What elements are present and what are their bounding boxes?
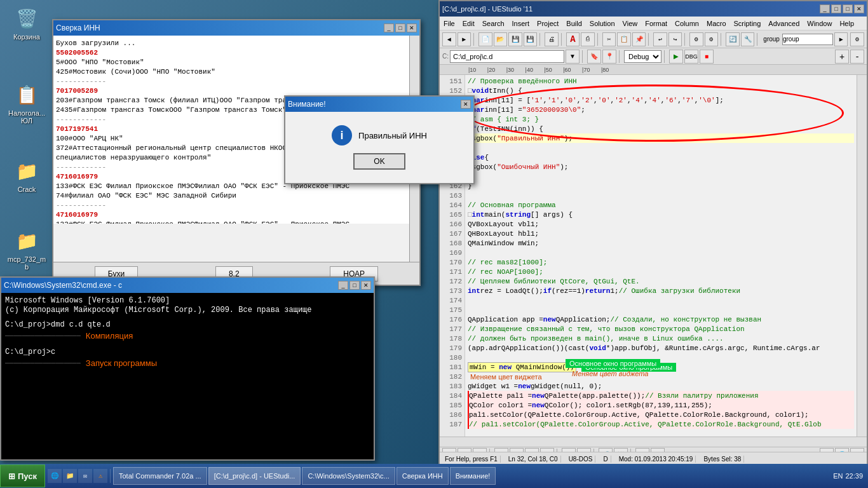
desktop-icon-tax[interactable]: 📋 Налогола...ЮЛ [6, 83, 47, 125]
tb-run[interactable]: ▶ [669, 50, 683, 64]
cmd-line: (c) Корпорация Майкрософт (Microsoft Cor… [5, 305, 370, 315]
line-num: 174 [440, 295, 465, 305]
tb-undo[interactable]: ↩ [653, 32, 667, 46]
tb-macro2[interactable]: ⚙ [705, 32, 719, 46]
cmd-maximize[interactable]: □ [349, 281, 360, 290]
ql-ie[interactable]: 🌐 [48, 469, 62, 483]
tb-copy[interactable]: 📋 [617, 32, 631, 46]
tb-find[interactable]: A [566, 32, 580, 46]
tb-group-go[interactable]: ▶ [834, 32, 848, 46]
tb-save[interactable]: 💾 [508, 32, 522, 46]
menu-macro[interactable]: Macro [703, 17, 730, 30]
tb-zoom-out[interactable]: - [850, 50, 864, 64]
dialog-ok-button[interactable]: OK [353, 153, 405, 170]
tb-sync[interactable]: 🔄 [726, 32, 740, 46]
code-line-180 [468, 353, 854, 362]
separator [648, 33, 651, 46]
path-dropdown[interactable]: ▼ [566, 50, 580, 64]
taskbar-item-inn[interactable]: Сверка ИНН [397, 467, 449, 485]
uestudio-close[interactable]: ✕ [854, 4, 864, 13]
tb-open[interactable]: 📂 [494, 32, 508, 46]
tb-print[interactable]: 🖨 [545, 32, 559, 46]
code-line-182: Меняем цвет виджета [468, 372, 854, 381]
minimize-button[interactable]: _ [384, 24, 394, 32]
close-button[interactable]: ✕ [407, 24, 417, 32]
taskbar-item-cmd[interactable]: C:\Windows\System32\c... [302, 467, 395, 485]
line-num: 170 [440, 257, 465, 267]
taskbar: ⊞ Пуск 🌐 📁 ✉ ⚠ Total Commander 7.02a ...… [0, 464, 868, 488]
tb-forward[interactable]: ▶ [458, 32, 471, 46]
debug-select[interactable]: Debug [624, 50, 661, 63]
code-line-162: } [468, 181, 854, 191]
tb-zoom-in[interactable]: + [835, 50, 849, 64]
separator [539, 33, 542, 46]
tb-bookmark2[interactable]: 📍 [602, 50, 616, 64]
menu-scripting[interactable]: Scripting [730, 17, 765, 30]
menu-insert[interactable]: Insert [508, 17, 534, 30]
tb-saveall[interactable]: 💾 [524, 32, 538, 46]
tb-redo[interactable]: ↪ [668, 32, 682, 46]
code-content[interactable]: // Проверка введённого ИНН □ void tInn()… [465, 75, 857, 437]
cmd-close[interactable]: ✕ [361, 281, 371, 290]
code-line-163 [468, 191, 854, 200]
tb-new[interactable]: 📄 [478, 32, 492, 46]
cmd-content: Microsoft Windows [Version 6.1.7600] (c)… [1, 293, 374, 459]
code-hscroll[interactable] [440, 437, 867, 447]
group-input[interactable] [782, 34, 833, 45]
crack-label: Crack [18, 186, 36, 193]
menu-help[interactable]: Help [836, 17, 858, 30]
desktop-icon-mcp[interactable]: 📁 mcp_732_mb [6, 229, 47, 271]
menu-window[interactable]: Window [803, 17, 836, 30]
menu-edit[interactable]: Edit [459, 17, 478, 30]
uestudio-toolbar2: C: ▼ 🔖 📍 Debug ▶ DBG ■ + - [440, 48, 867, 65]
menu-column[interactable]: Column [671, 17, 703, 30]
tb-settings[interactable]: ⚙ [850, 32, 864, 46]
taskbar-item-tc[interactable]: Total Commander 7.02a ... [113, 467, 207, 485]
tb-paste[interactable]: 📌 [632, 32, 646, 46]
menu-project[interactable]: Project [533, 17, 562, 30]
line-num: 187 [440, 419, 465, 429]
menu-file[interactable]: File [440, 17, 459, 30]
uestudio-restore[interactable]: □ [831, 4, 841, 13]
menu-search[interactable]: Search [478, 17, 508, 30]
code-vscroll[interactable] [857, 75, 867, 437]
cmd-minimize[interactable]: _ [338, 281, 348, 290]
menu-advanced[interactable]: Advanced [764, 17, 803, 30]
tb-cut[interactable]: ✂ [602, 32, 616, 46]
tb-bookmark1[interactable]: 🔖 [587, 50, 601, 64]
tb-replace[interactable]: ⎙ [581, 32, 595, 46]
menu-build[interactable]: Build [562, 17, 585, 30]
taskbar-item-ue[interactable]: [C:\d_proj\c.d] - UEStudi... [208, 467, 301, 485]
tb-tools[interactable]: 🔧 [741, 32, 755, 46]
uestudio-minimize[interactable]: _ [820, 4, 830, 13]
dialog-controls[interactable]: ✕ [461, 100, 471, 109]
ql-folder[interactable]: 📁 [63, 469, 77, 483]
menu-view[interactable]: View [619, 17, 642, 30]
tb-stop[interactable]: ■ [700, 50, 714, 64]
code-line-187: // pal1.setColor(QPalette.ColorGroup.Act… [468, 419, 854, 429]
line-num: 167 [440, 229, 465, 238]
cmd-line: —————————————————— Запуск программы [5, 356, 370, 369]
dialog-close-button[interactable]: ✕ [461, 100, 471, 109]
uestudio-maximize[interactable]: □ [843, 4, 853, 13]
menu-solution[interactable]: Solution [586, 17, 619, 30]
ql-outlook[interactable]: ✉ [78, 469, 92, 483]
cmd-controls[interactable]: _ □ ✕ [338, 281, 371, 290]
desktop-icon-crack[interactable]: 📁 Crack [6, 159, 47, 193]
tb-back[interactable]: ◀ [442, 32, 456, 46]
menu-format[interactable]: Format [641, 17, 671, 30]
inn-window-controls[interactable]: _ □ ✕ [384, 24, 417, 32]
uestudio-controls[interactable]: _ □ □ ✕ [820, 4, 864, 13]
start-button[interactable]: ⊞ Пуск [0, 464, 45, 487]
inn-line: ------------ [56, 76, 407, 86]
desktop-icon-recycle[interactable]: 🗑️ Корзина [6, 6, 47, 41]
path-input[interactable] [450, 50, 564, 63]
maximize-button[interactable]: □ [395, 24, 405, 32]
line-num: 168 [440, 238, 465, 248]
tb-debug[interactable]: DBG [684, 50, 698, 64]
tax-icon: 📋 [14, 83, 39, 108]
uestudio-title: [C:\d_proj\c.d] - UEStudio '11 [442, 5, 532, 13]
taskbar-item-attention[interactable]: Внимание! [450, 467, 496, 485]
ql-alert[interactable]: ⚠ [93, 469, 107, 483]
tb-macro1[interactable]: ⚙ [689, 32, 703, 46]
